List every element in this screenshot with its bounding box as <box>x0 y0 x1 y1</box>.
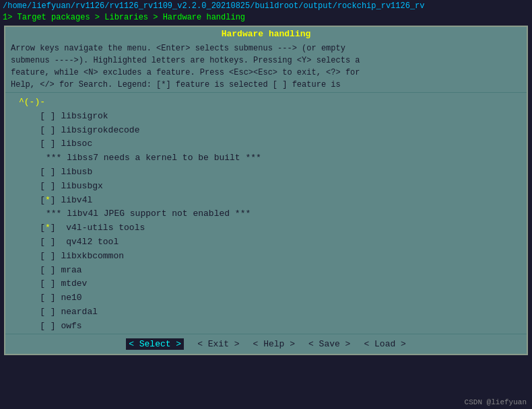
list-item[interactable]: [ ] libsoc <box>19 137 513 151</box>
list-item[interactable]: [ ] libxkbcommon <box>19 250 513 264</box>
list-item[interactable]: [*] v4l-utils tools <box>19 221 513 235</box>
list-item[interactable]: [ ] libusb <box>19 165 513 180</box>
scroll-indicator: ^(-)- <box>19 96 513 110</box>
list-item[interactable]: [ ] ne10 <box>19 291 513 305</box>
main-dialog: Hardware handling Arrow keys navigate th… <box>4 26 528 355</box>
list-item[interactable]: [ ] libsigrokdecode <box>19 124 513 138</box>
dialog-title: Hardware handling <box>5 27 527 41</box>
list-item[interactable]: [ ] mraa <box>19 264 513 278</box>
help-line-4: Help, </> for Search. Legend: [*] featur… <box>11 79 521 91</box>
help-text-area: Arrow keys navigate the menu. <Enter> se… <box>5 41 527 93</box>
select-button[interactable]: < Select > <box>126 338 184 350</box>
exit-button[interactable]: < Exit > <box>197 339 239 349</box>
list-item[interactable]: [ ] qv4l2 tool <box>19 235 513 250</box>
help-button[interactable]: < Help > <box>253 339 295 349</box>
list-item[interactable]: [*] libv4l <box>19 194 513 208</box>
load-button[interactable]: < Load > <box>364 339 405 349</box>
list-item[interactable]: [ ] libusbgx <box>19 180 513 194</box>
list-item[interactable]: *** libv4l JPEG support not enabled *** <box>19 207 513 221</box>
help-line-2: submenus ---->). Highlighted letters are… <box>11 54 521 67</box>
list-item[interactable]: [ ] owfs <box>19 320 513 334</box>
list-item[interactable]: [ ] mtdev <box>19 277 513 291</box>
button-bar: < Select > < Exit > < Help > < Save > < … <box>5 334 527 354</box>
breadcrumb: 1> Target packages > Libraries > Hardwar… <box>0 12 532 23</box>
list-item[interactable]: [ ] neardal <box>19 305 513 320</box>
package-list[interactable]: ^(-)- [ ] libsigrok [ ] libsigrokdecode … <box>5 93 527 334</box>
list-item[interactable]: [ ] libsigrok <box>19 110 513 124</box>
help-line-1: Arrow keys navigate the menu. <Enter> se… <box>11 42 521 54</box>
help-line-3: feature, while <N> excludes a feature. P… <box>11 67 521 79</box>
list-item[interactable]: *** libss7 needs a kernel to be built **… <box>19 151 513 165</box>
watermark: CSDN @liefyuan <box>465 398 527 406</box>
file-path: /home/liefyuan/rv1126/rv1126_rv1109_v2.2… <box>0 0 532 12</box>
save-button[interactable]: < Save > <box>308 339 350 349</box>
